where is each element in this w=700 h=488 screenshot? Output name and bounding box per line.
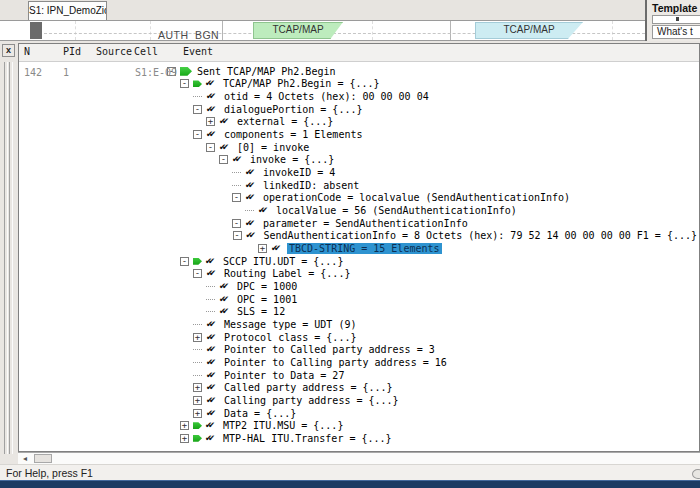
expand-toggle-icon[interactable]: + — [193, 383, 202, 392]
tree-node-label[interactable]: SLS = 12 — [235, 306, 287, 317]
tree-row[interactable]: -✔✔Routing Label = {...} — [167, 268, 699, 281]
tree-node-label[interactable]: Pointer to Data = 27 — [222, 370, 346, 381]
column-header-event[interactable]: Event — [183, 46, 213, 57]
tree-node-label[interactable]: Pointer to Called party address = 3 — [222, 344, 437, 355]
tree-node-label[interactable]: Routing Label = {...} — [222, 268, 352, 279]
tree-node-label[interactable]: linkedID: absent — [261, 180, 361, 191]
tree-row[interactable]: ✔✔Pointer to Data = 27 — [167, 369, 699, 382]
field-icon: ✔✔ — [206, 92, 219, 101]
collapse-toggle-icon[interactable]: - — [219, 155, 228, 164]
splitter-handle[interactable] — [9, 62, 13, 454]
tree-node-label[interactable]: invoke = {...} — [248, 154, 336, 165]
template-editor-toolbar[interactable] — [652, 15, 700, 24]
column-header-pid[interactable]: PId — [63, 46, 81, 57]
tree-node-label[interactable]: Data = {...} — [222, 408, 298, 419]
tree-row[interactable]: +✔✔Protocol class = {...} — [167, 331, 699, 344]
tree-node-label[interactable]: Sent TCAP/MAP Ph2.Begin — [195, 66, 337, 77]
expand-toggle-icon[interactable]: + — [258, 244, 267, 253]
close-icon[interactable]: x — [2, 44, 15, 57]
column-header-n[interactable]: N — [24, 46, 30, 57]
whats-this-button[interactable]: What's t — [652, 25, 700, 39]
tree-row[interactable]: ✔✔invokeID = 4 — [167, 166, 699, 179]
expand-toggle-icon[interactable]: + — [180, 434, 189, 443]
tree-row[interactable]: +✔✔Called party address = {...} — [167, 381, 699, 394]
session-tab[interactable]: S1: IPN_DemoZion — [28, 1, 107, 20]
tree-row[interactable]: ✔✔OPC = 1001 — [167, 293, 699, 306]
tree-row[interactable]: ✔✔SLS = 12 — [167, 305, 699, 318]
tree-row[interactable]: -✔✔SendAuthenticationInfo = 8 Octets (he… — [167, 230, 699, 243]
field-icon: ✔✔ — [245, 219, 258, 228]
tree-connector — [206, 286, 215, 287]
expand-toggle-icon[interactable]: + — [193, 396, 202, 405]
scrollbar-thumb[interactable] — [34, 454, 52, 463]
tree-row[interactable]: +✔✔MTP2 ITU.MSU = {...} — [167, 419, 699, 432]
tree-node-label[interactable]: Message type = UDT (9) — [222, 319, 358, 330]
tree-node-label[interactable]: invokeID = 4 — [261, 167, 337, 178]
collapse-toggle-icon[interactable]: - — [180, 257, 189, 266]
tree-node-label[interactable]: SCCP ITU.UDT = {...} — [221, 256, 345, 267]
tree-node-label[interactable]: operationCode = localvalue (SendAuthenti… — [261, 192, 572, 203]
expand-toggle-icon[interactable]: + — [206, 117, 215, 126]
message-flag-tcap-map-2[interactable]: TCAP/MAP — [475, 22, 583, 39]
tree-node-label[interactable]: parameter = SendAuthenticationInfo — [261, 218, 470, 229]
scroll-left-arrow-icon[interactable]: ◂ — [23, 454, 27, 463]
collapse-toggle-icon[interactable]: - — [232, 219, 241, 228]
collapse-toggle-icon[interactable]: - — [180, 79, 189, 88]
tree-node-label[interactable]: components = 1 Elements — [222, 129, 364, 140]
tree-row[interactable]: -✔✔SCCP ITU.UDT = {...} — [167, 255, 699, 268]
expand-toggle-icon[interactable]: + — [193, 333, 202, 342]
collapse-toggle-icon[interactable]: - — [193, 105, 202, 114]
tree-row[interactable]: ✔✔otid = 4 Octets (hex): 00 00 00 04 — [167, 90, 699, 103]
tree-row[interactable]: ✔✔Pointer to Calling party address = 16 — [167, 356, 699, 369]
tree-row[interactable]: -Sent TCAP/MAP Ph2.Begin — [167, 65, 699, 78]
tree-node-label[interactable]: DPC = 1000 — [235, 281, 299, 292]
tree-node-label[interactable]: Calling party address = {...} — [222, 395, 401, 406]
tree-row[interactable]: -✔✔components = 1 Elements — [167, 128, 699, 141]
column-header-cell[interactable]: Cell — [134, 46, 158, 57]
tree-node-label[interactable]: OPC = 1001 — [235, 294, 299, 305]
tree-node-label[interactable]: external = {...} — [235, 116, 335, 127]
field-icon: ✔✔ — [245, 181, 258, 190]
tree-node-label[interactable]: otid = 4 Octets (hex): 00 00 00 04 — [222, 91, 431, 102]
tree-node-label[interactable]: SendAuthenticationInfo = 8 Octets (hex):… — [262, 230, 699, 241]
timeline-tick — [150, 21, 151, 40]
tree-node-label[interactable]: Called party address = {...} — [222, 382, 395, 393]
tree-node-label[interactable]: localValue = 56 (SendAuthenticationInfo) — [274, 205, 519, 216]
tree-row[interactable]: +✔✔TBCD-STRING = 15 Elements — [167, 242, 699, 255]
field-icon: ✔✔ — [205, 257, 218, 266]
tree-row[interactable]: -✔✔operationCode = localvalue (SendAuthe… — [167, 192, 699, 205]
tree-node-label[interactable]: Protocol class = {...} — [222, 332, 358, 343]
tree-node-label[interactable]: Pointer to Calling party address = 16 — [222, 357, 449, 368]
collapse-toggle-icon[interactable]: - — [206, 143, 215, 152]
tree-node-label-selected[interactable]: TBCD-STRING = 15 Elements — [287, 243, 442, 254]
tree-row[interactable]: +✔✔MTP-HAL ITU.Transfer = {...} — [167, 432, 699, 445]
tree-row[interactable]: ✔✔localValue = 56 (SendAuthenticationInf… — [167, 204, 699, 217]
collapse-toggle-icon[interactable]: - — [193, 269, 202, 278]
tree-row[interactable]: -✔✔dialoguePortion = {...} — [167, 103, 699, 116]
expand-toggle-icon[interactable]: + — [193, 409, 202, 418]
tree-node-label[interactable]: MTP-HAL ITU.Transfer = {...} — [221, 433, 394, 444]
expand-toggle-icon[interactable]: + — [180, 421, 189, 430]
tree-row[interactable]: -✔✔[0] = invoke — [167, 141, 699, 154]
tree-row[interactable]: +✔✔external = {...} — [167, 116, 699, 129]
field-icon: ✔✔ — [219, 143, 232, 152]
tree-node-label[interactable]: dialoguePortion = {...} — [222, 104, 364, 115]
tree-row[interactable]: -✔✔TCAP/MAP Ph2.Begin = {...} — [167, 78, 699, 91]
collapse-toggle-icon[interactable]: - — [233, 231, 242, 240]
tree-row[interactable]: +✔✔Data = {...} — [167, 407, 699, 420]
collapse-toggle-icon[interactable]: - — [193, 130, 202, 139]
tree-row[interactable]: -✔✔parameter = SendAuthenticationInfo — [167, 217, 699, 230]
column-header-source[interactable]: Source — [96, 46, 132, 57]
tree-row[interactable]: ✔✔Message type = UDT (9) — [167, 318, 699, 331]
tree-node-label[interactable]: TCAP/MAP Ph2.Begin = {...} — [221, 78, 382, 89]
tree-row[interactable]: +✔✔Calling party address = {...} — [167, 394, 699, 407]
tree-row[interactable]: ✔✔linkedID: absent — [167, 179, 699, 192]
tree-row[interactable]: ✔✔DPC = 1000 — [167, 280, 699, 293]
tree-node-label[interactable]: MTP2 ITU.MSU = {...} — [221, 420, 345, 431]
tree-row[interactable]: -✔✔invoke = {...} — [167, 154, 699, 167]
message-flag-tcap-map-1[interactable]: TCAP/MAP — [253, 22, 343, 39]
collapse-toggle-icon[interactable]: - — [232, 193, 241, 202]
tree-row[interactable]: ✔✔Pointer to Called party address = 3 — [167, 343, 699, 356]
splitter-handle[interactable] — [4, 62, 8, 454]
tree-node-label[interactable]: [0] = invoke — [235, 142, 311, 153]
